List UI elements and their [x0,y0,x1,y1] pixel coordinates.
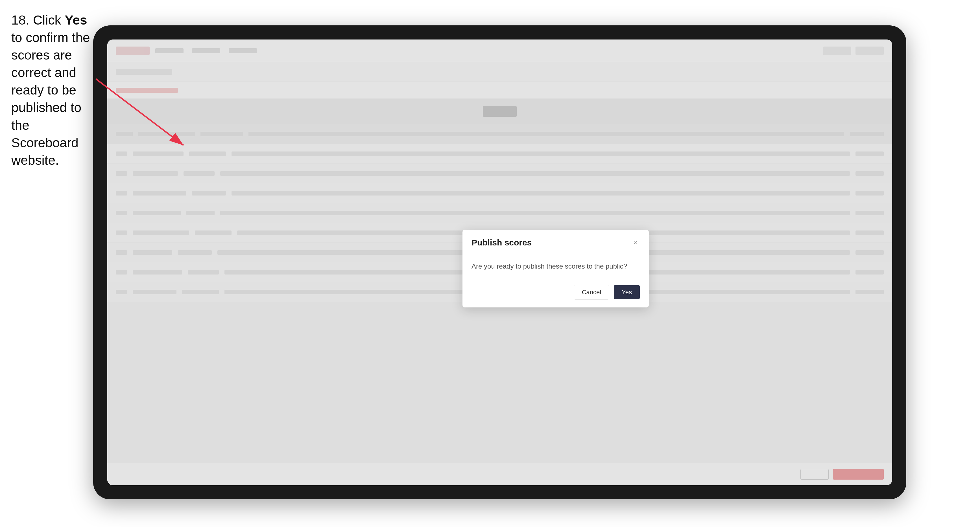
footer-bar [107,463,892,485]
modal-body: Are you ready to publish these scores to… [463,253,649,279]
table-header [107,124,892,144]
top-bar-action-btn [823,46,851,55]
nav-item-events [192,48,220,53]
instruction-bold: Yes [65,13,87,27]
modal-title: Publish scores [471,238,531,248]
modal-message: Are you ready to publish these scores to… [471,261,640,271]
col-total [850,132,884,136]
publish-row-text [116,88,178,93]
col-rank [116,132,133,136]
top-bar-action-btn-2 [856,46,884,55]
nav-item-results [229,48,257,53]
app-top-bar [107,40,892,62]
col-name [138,132,195,136]
publish-scores-modal: Publish scores × Are you ready to publis… [463,230,649,308]
col-score [248,132,844,136]
step-number: 18. [11,13,29,27]
modal-footer: Cancel Yes [463,279,649,308]
app-logo [116,46,150,55]
instruction-text: 18. Click Yes to confirm the scores are … [11,11,90,169]
table-row [107,144,892,163]
top-bar-right [823,46,884,55]
nav-item-competitions [155,48,183,53]
table-row [107,203,892,223]
sub-header [107,62,892,82]
tablet-screen: Publish scores × Are you ready to publis… [107,40,892,485]
instruction-before-bold: Click [29,13,65,27]
cancel-button[interactable]: Cancel [574,285,609,300]
instruction-after-bold: to confirm the scores are correct and re… [11,30,90,168]
table-row [107,163,892,183]
footer-outline-btn [800,469,829,479]
publish-row [107,82,892,99]
tablet-frame: Publish scores × Are you ready to publis… [93,25,906,499]
top-nav [155,48,257,53]
col-club [200,132,243,136]
table-row [107,183,892,203]
modal-close-button[interactable]: × [631,238,640,247]
event-bar [107,99,892,124]
yes-button[interactable]: Yes [614,285,640,299]
footer-publish-btn [833,469,884,479]
modal-header: Publish scores × [463,230,649,253]
event-bar-btn [483,106,517,117]
sub-header-title [116,69,172,75]
